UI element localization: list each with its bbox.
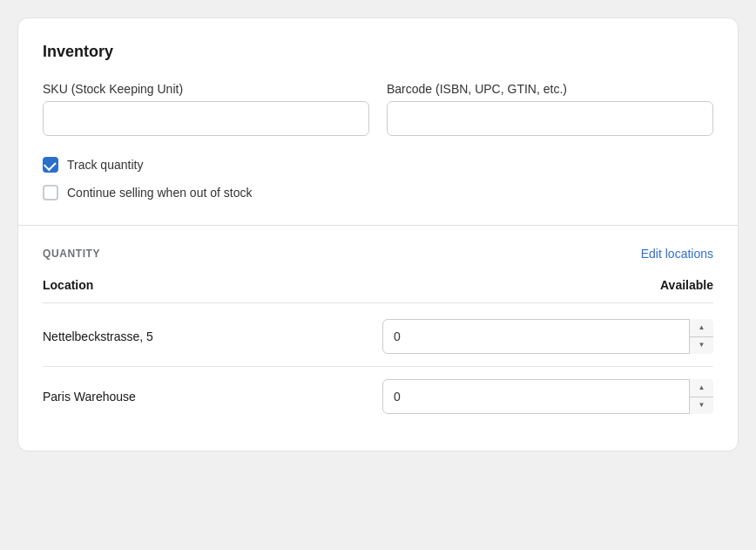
sku-input[interactable] xyxy=(43,101,369,136)
quantity-input-0[interactable] xyxy=(382,319,713,354)
table-row: Paris Warehouse ▲ ▼ xyxy=(43,367,713,426)
page-wrapper: Inventory SKU (Stock Keeping Unit) Barco… xyxy=(17,17,739,550)
col-location-header: Location xyxy=(43,278,93,292)
spinner-up-0[interactable]: ▲ xyxy=(690,319,713,337)
sku-field-group: SKU (Stock Keeping Unit) xyxy=(43,82,369,136)
locations-table: Nettelbeckstrasse, 5 ▲ ▼ Paris Warehouse xyxy=(43,307,713,426)
spinner-down-0[interactable]: ▼ xyxy=(690,337,713,355)
spinner-buttons-1: ▲ ▼ xyxy=(689,379,713,414)
checkboxes-group: Track quantity Continue selling when out… xyxy=(43,157,713,200)
fields-row: SKU (Stock Keeping Unit) Barcode (ISBN, … xyxy=(43,82,713,136)
edit-locations-link[interactable]: Edit locations xyxy=(641,247,713,261)
col-available-header: Available xyxy=(660,278,713,292)
barcode-input[interactable] xyxy=(387,101,713,136)
location-name: Nettelbeckstrasse, 5 xyxy=(43,329,153,343)
quantity-section: QUANTITY Edit locations Location Availab… xyxy=(18,225,738,451)
table-header: Location Available xyxy=(43,278,713,303)
continue-selling-checkbox-item[interactable]: Continue selling when out of stock xyxy=(43,185,713,200)
table-row: Nettelbeckstrasse, 5 ▲ ▼ xyxy=(43,307,713,367)
quantity-title: QUANTITY xyxy=(43,248,100,260)
barcode-label: Barcode (ISBN, UPC, GTIN, etc.) xyxy=(387,82,713,96)
quantity-header: QUANTITY Edit locations xyxy=(43,247,713,261)
track-quantity-checkbox[interactable] xyxy=(43,157,58,173)
quantity-input-1[interactable] xyxy=(382,379,713,414)
sku-label: SKU (Stock Keeping Unit) xyxy=(43,82,369,96)
inventory-title: Inventory xyxy=(43,43,713,61)
track-quantity-label: Track quantity xyxy=(67,158,143,172)
continue-selling-label: Continue selling when out of stock xyxy=(67,186,252,200)
inventory-section: Inventory SKU (Stock Keeping Unit) Barco… xyxy=(18,18,738,225)
quantity-input-wrapper-1: ▲ ▼ xyxy=(382,379,713,414)
inventory-card: Inventory SKU (Stock Keeping Unit) Barco… xyxy=(17,17,739,452)
spinner-down-1[interactable]: ▼ xyxy=(690,397,713,415)
continue-selling-checkbox[interactable] xyxy=(43,185,58,200)
quantity-input-wrapper-0: ▲ ▼ xyxy=(382,319,713,354)
spinner-up-1[interactable]: ▲ xyxy=(690,379,713,397)
barcode-field-group: Barcode (ISBN, UPC, GTIN, etc.) xyxy=(387,82,713,136)
track-quantity-checkbox-item[interactable]: Track quantity xyxy=(43,157,713,173)
spinner-buttons-0: ▲ ▼ xyxy=(689,319,713,354)
location-name: Paris Warehouse xyxy=(43,390,136,404)
